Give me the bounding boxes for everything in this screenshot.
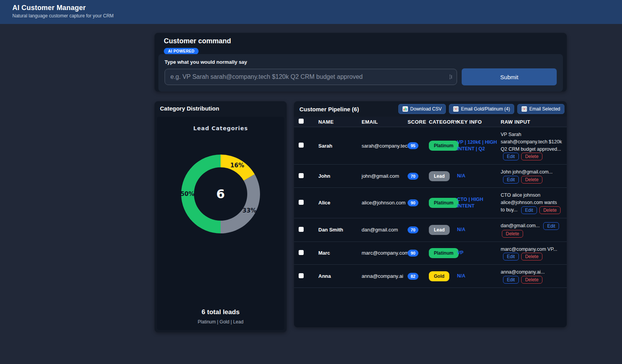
- pipeline-action-email-selected[interactable]: Email Selected: [517, 104, 564, 114]
- text-suggestions-icon: [449, 74, 453, 82]
- category-badge: Platinum: [429, 141, 459, 151]
- pipeline-title: Customer Pipeline (6): [299, 106, 359, 112]
- delete-button[interactable]: Delete: [521, 276, 542, 284]
- command-form: Type what you would normally say Submit: [158, 54, 563, 92]
- row-checkbox[interactable]: [299, 273, 304, 278]
- lead-categories-donut-chart: 16%33%50%6: [159, 134, 282, 254]
- category-badge: Lead: [429, 225, 450, 235]
- row-checkbox[interactable]: [299, 173, 304, 178]
- cell-email: john@gmail.com: [362, 173, 408, 179]
- raw-input-text: marc@company.com VP...: [501, 247, 557, 252]
- pipeline-action-email-gold-platinum-4[interactable]: Email Gold/Platinum (4): [449, 104, 514, 114]
- column-header-category: CATEGORY: [429, 119, 457, 125]
- edit-button[interactable]: Edit: [503, 153, 519, 160]
- raw-input-text: dan@gmail.com...: [501, 223, 540, 228]
- cell-name: Sarah: [318, 143, 362, 149]
- table-row: Marc marc@company.com 90 Platinum VP mar…: [294, 242, 567, 265]
- row-checkbox[interactable]: [299, 250, 304, 255]
- bar-chart-icon: [403, 106, 408, 112]
- command-input-label: Type what you would normally say: [165, 59, 557, 65]
- category-badge: Platinum: [429, 248, 459, 258]
- app-subtitle: Natural language customer capture for yo…: [12, 13, 622, 19]
- delete-button[interactable]: Delete: [539, 206, 561, 214]
- cell-email: marc@company.com: [362, 250, 408, 256]
- cell-name: Anna: [318, 273, 362, 279]
- cell-raw-input: VP Sarah sarah@company.tech $120k Q2 CRM…: [501, 131, 562, 160]
- cell-raw-input: John john@gmail.com... Edit Delete: [501, 168, 562, 184]
- edit-button[interactable]: Edit: [503, 253, 519, 260]
- cell-name: Marc: [318, 250, 362, 256]
- score-badge: 90: [408, 250, 418, 257]
- select-all-checkbox[interactable]: [299, 119, 304, 124]
- column-header-name: NAME: [318, 119, 362, 125]
- table-row: John john@gmail.com 70 Lead N/A John joh…: [294, 165, 567, 188]
- category-badge: Platinum: [429, 198, 459, 208]
- pipeline-actions: Download CSV Email Gold/Platinum (4) Ema…: [398, 104, 564, 114]
- cell-key-info: N/A: [457, 273, 501, 279]
- cell-raw-input: CTO alice johnson alice@johnson.com want…: [501, 192, 562, 214]
- cell-name: Dan Smith: [318, 227, 362, 233]
- submit-button[interactable]: Submit: [462, 68, 557, 85]
- column-header-raw-input: RAW INPUT: [501, 119, 562, 125]
- lead-categories-chart-panel: Lead Categories 16%33%50%6 6 total leads…: [157, 117, 284, 330]
- category-distribution-card: Category Distribution Lead Categories 16…: [155, 101, 287, 332]
- cell-name: Alice: [318, 200, 362, 206]
- category-badge: Lead: [429, 171, 450, 181]
- cell-name: John: [318, 173, 362, 179]
- pipeline-table: NAME EMAIL SCORE CATEGORY KEY INFO RAW I…: [294, 117, 567, 327]
- cell-key-info: N/A: [457, 173, 501, 179]
- app-header: AI Customer Manager Natural language cus…: [0, 0, 622, 24]
- row-checkbox[interactable]: [299, 200, 304, 205]
- cell-raw-input: marc@company.com VP... Edit Delete: [501, 246, 562, 261]
- email-icon: [453, 106, 459, 112]
- chart-legend: Platinum | Gold | Lead: [198, 319, 243, 325]
- category-distribution-title: Category Distribution: [155, 101, 287, 116]
- edit-button[interactable]: Edit: [503, 276, 519, 284]
- cell-raw-input: anna@company.ai... Edit Delete: [501, 269, 562, 284]
- chart-title: Lead Categories: [193, 125, 248, 131]
- delete-button[interactable]: Delete: [521, 153, 542, 160]
- score-badge: 70: [408, 173, 418, 180]
- total-leads-label: 6 total leads: [202, 308, 240, 316]
- delete-button[interactable]: Delete: [502, 230, 523, 238]
- ai-powered-badge: AI POWERED: [164, 48, 199, 54]
- table-row: Anna anna@company.ai 82 Gold N/A anna@co…: [294, 265, 567, 288]
- app-title: AI Customer Manager: [12, 4, 622, 12]
- table-row: Dan Smith dan@gmail.com 70 Lead N/A dan@…: [294, 218, 567, 242]
- customer-pipeline-card: Customer Pipeline (6) Download CSV Email…: [294, 101, 567, 327]
- raw-input-text: VP Sarah sarah@company.tech $120k Q2 CRM…: [501, 132, 562, 152]
- table-header-row: NAME EMAIL SCORE CATEGORY KEY INFO RAW I…: [294, 117, 567, 127]
- score-badge: 70: [408, 226, 418, 233]
- score-badge: 82: [408, 273, 418, 280]
- donut-percent-label: 50%: [180, 191, 194, 197]
- cell-key-info: VP: [457, 250, 501, 256]
- row-checkbox[interactable]: [299, 143, 304, 148]
- row-checkbox[interactable]: [299, 227, 304, 232]
- delete-button[interactable]: Delete: [521, 253, 542, 260]
- category-badge: Gold: [429, 271, 449, 281]
- donut-center-value: 6: [216, 187, 225, 201]
- donut-percent-label: 16%: [230, 162, 244, 169]
- delete-button[interactable]: Delete: [521, 176, 542, 184]
- table-body: Sarah sarah@company.tech 95 Platinum VP …: [294, 127, 567, 288]
- cell-email: sarah@company.tech: [362, 143, 408, 149]
- donut-percent-label: 33%: [243, 207, 257, 214]
- pipeline-action-download-csv[interactable]: Download CSV: [398, 104, 446, 114]
- edit-button[interactable]: Edit: [503, 176, 519, 184]
- donut-segment-lead: [221, 174, 260, 233]
- cell-key-info: CTO | HIGH INTENT: [457, 196, 501, 209]
- edit-button[interactable]: Edit: [521, 206, 537, 214]
- edit-button[interactable]: Edit: [543, 222, 559, 230]
- score-badge: 95: [408, 142, 418, 149]
- email-icon: [522, 106, 527, 112]
- command-input[interactable]: [165, 69, 457, 85]
- cell-email: anna@company.ai: [362, 273, 408, 279]
- score-badge: 90: [408, 199, 418, 206]
- column-header-key-info: KEY INFO: [457, 119, 501, 125]
- table-row: Sarah sarah@company.tech 95 Platinum VP …: [294, 127, 567, 165]
- command-title: Customer command: [164, 37, 557, 45]
- cell-email: dan@gmail.com: [362, 227, 408, 233]
- customer-command-card: Customer command AI POWERED Type what yo…: [155, 33, 567, 92]
- cell-key-info: VP | 120k€ | HIGH INTENT | Q2: [457, 139, 501, 152]
- column-header-email: EMAIL: [362, 119, 408, 125]
